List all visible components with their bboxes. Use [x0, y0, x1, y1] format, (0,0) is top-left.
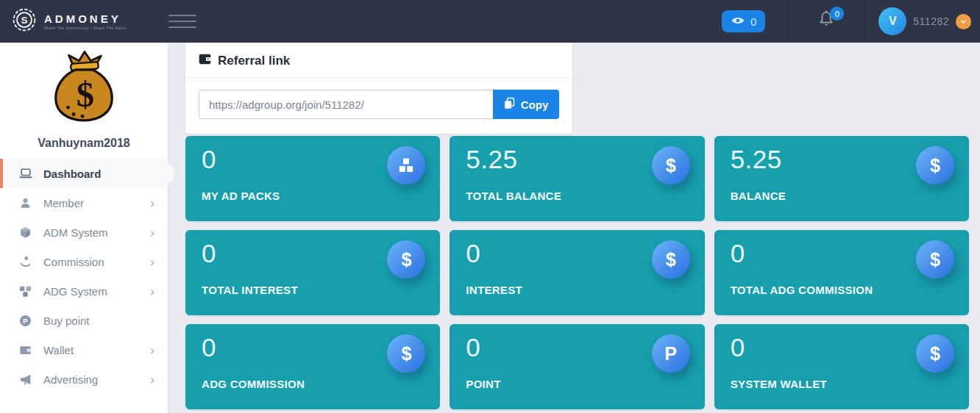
copy-button-label: Copy	[521, 98, 549, 111]
sidebar-item-label: ADG System	[43, 285, 107, 298]
stat-card-system-wallet: 0 SYSTEM WALLET $	[714, 324, 969, 409]
sidebar-item-label: ADM System	[43, 226, 108, 239]
point-icon: P	[652, 334, 690, 373]
cube-icon	[18, 226, 33, 240]
chevron-right-icon: ›	[150, 285, 155, 298]
cubes-icon	[18, 284, 33, 298]
stat-label: TOTAL BALANCE	[466, 190, 561, 202]
stat-card-total-balance: 5.25 TOTAL BALANCE $	[450, 136, 704, 221]
eye-icon	[731, 15, 745, 28]
sidebar-item-adg-system[interactable]: ADG System ›	[0, 276, 168, 306]
notifications-count-badge: 0	[830, 7, 844, 21]
stat-label: TOTAL INTEREST	[202, 284, 298, 296]
stat-label: SYSTEM WALLET	[731, 378, 827, 390]
stat-card-interest: 0 INTEREST $	[450, 230, 704, 315]
brand-tagline: Share The Opportunity - Share The Value	[44, 26, 127, 30]
avatar[interactable]: V	[878, 7, 906, 35]
chevron-right-icon: ›	[150, 197, 155, 209]
sidebar-item-label: Buy point	[43, 315, 90, 327]
stat-card-balance: 5.25 BALANCE $	[714, 136, 969, 221]
svg-text:$: $	[77, 75, 94, 114]
sidebar-toggle-hamburger-icon[interactable]	[168, 15, 196, 28]
chevron-down-icon	[959, 18, 967, 26]
views-counter-button[interactable]: 0	[722, 10, 765, 32]
svg-text:S: S	[21, 15, 27, 26]
sidebar-item-buy-point[interactable]: P Buy point	[0, 306, 168, 335]
user-dropdown-toggle[interactable]	[956, 14, 971, 29]
dollar-icon: $	[916, 334, 954, 373]
chevron-right-icon: ›	[150, 256, 155, 268]
sidebar-item-label: Dashboard	[43, 168, 101, 180]
brand-logo[interactable]: S ADMONEY Share The Opportunity - Share …	[0, 7, 127, 36]
referral-link-card: Referral link Copy	[185, 43, 572, 134]
sidebar-item-label: Member	[43, 197, 84, 209]
chevron-right-icon: ›	[150, 344, 155, 356]
stat-label: POINT	[466, 378, 500, 390]
sidebar-item-label: Wallet	[43, 344, 74, 356]
dollar-icon: $	[652, 240, 690, 279]
user-icon	[18, 196, 33, 210]
copy-button[interactable]: Copy	[493, 90, 559, 119]
sidebar-menu: Dashboard Member › ADM System ›	[0, 159, 168, 394]
point-icon: P	[18, 314, 33, 328]
user-menu[interactable]: V 511282	[865, 0, 980, 43]
hand-coin-icon	[18, 255, 33, 269]
stat-label: BALANCE	[731, 190, 786, 202]
sidebar-username: Vanhuynam2018	[0, 137, 168, 150]
copy-icon	[504, 97, 515, 112]
sidebar: $ Vanhuynam2018 Dashboard Me	[0, 43, 168, 413]
stat-label: MY AD PACKS	[202, 190, 280, 202]
stat-label: INTEREST	[466, 284, 522, 296]
notifications-button[interactable]: 0	[788, 0, 864, 43]
stat-card-adg-commission: 0 ADG COMMISSION $	[185, 324, 440, 409]
stat-card-my-ad-packs: 0 MY AD PACKS	[185, 136, 440, 221]
referral-link-input[interactable]	[199, 90, 493, 119]
sidebar-item-dashboard[interactable]: Dashboard	[0, 159, 168, 188]
stat-label: TOTAL ADG COMMISSION	[731, 284, 873, 296]
sidebar-item-wallet[interactable]: Wallet ›	[0, 335, 168, 364]
dollar-icon: $	[652, 146, 690, 184]
dollar-icon: $	[916, 240, 954, 279]
sidebar-item-adm-system[interactable]: ADM System ›	[0, 218, 168, 247]
cubes-icon	[387, 146, 425, 184]
stat-card-total-interest: 0 TOTAL INTEREST $	[185, 230, 440, 315]
admoney-logo-icon: S	[11, 7, 38, 36]
stat-label: ADG COMMISSION	[202, 378, 305, 390]
sidebar-item-advertising[interactable]: Advertising ›	[0, 364, 168, 394]
referral-card-title: Referral link	[218, 54, 290, 68]
megaphone-icon	[18, 373, 33, 387]
stats-grid: 0 MY AD PACKS 5.25 TOTAL BALANCE $ 5.25 …	[185, 136, 969, 409]
sidebar-item-member[interactable]: Member ›	[0, 188, 168, 218]
laptop-icon	[18, 166, 33, 181]
chevron-right-icon: ›	[150, 226, 155, 239]
chevron-right-icon: ›	[150, 373, 155, 386]
user-id: 511282	[913, 15, 949, 27]
stat-card-total-adg-commission: 0 TOTAL ADG COMMISSION $	[714, 230, 969, 315]
money-bag-image: $	[0, 43, 168, 129]
dollar-icon: $	[387, 240, 425, 279]
svg-text:P: P	[23, 317, 28, 325]
sidebar-item-label: Commission	[43, 256, 104, 268]
wallet-icon	[199, 54, 211, 68]
brand-name: ADMONEY	[44, 12, 127, 25]
dollar-icon: $	[387, 334, 425, 373]
wallet-icon	[18, 343, 33, 357]
sidebar-item-label: Advertising	[43, 373, 98, 386]
top-navbar: S ADMONEY Share The Opportunity - Share …	[0, 0, 980, 43]
stat-card-point: 0 POINT P	[450, 324, 704, 409]
sidebar-item-commission[interactable]: Commission ›	[0, 247, 168, 276]
views-count: 0	[750, 15, 756, 28]
dollar-icon: $	[916, 146, 954, 184]
